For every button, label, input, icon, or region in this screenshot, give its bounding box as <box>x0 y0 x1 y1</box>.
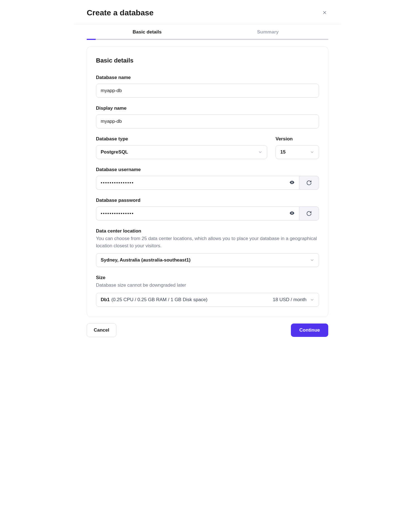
basic-details-card: Basic details Database name Display name… <box>87 47 328 317</box>
continue-button[interactable]: Continue <box>291 323 328 337</box>
refresh-icon <box>306 211 312 216</box>
database-password-label: Database password <box>96 198 319 203</box>
password-reveal-button[interactable] <box>288 210 296 217</box>
chevron-down-icon <box>310 150 314 154</box>
progress-fill <box>87 39 96 40</box>
chevron-down-icon <box>310 298 314 302</box>
version-select[interactable]: 15 <box>276 145 319 159</box>
chevron-down-icon <box>258 150 262 154</box>
version-value: 15 <box>280 149 286 155</box>
size-price: 18 USD / month <box>273 297 307 303</box>
location-select[interactable]: Sydney, Australia (australia-southeast1) <box>96 253 319 267</box>
size-price-wrap: 18 USD / month <box>273 297 314 303</box>
tab-summary[interactable]: Summary <box>207 24 328 39</box>
password-input-group <box>96 207 319 221</box>
database-name-input[interactable] <box>96 84 319 98</box>
display-name-label: Display name <box>96 106 319 111</box>
username-regenerate-button[interactable] <box>299 176 319 190</box>
location-label: Data center location <box>96 228 319 234</box>
database-type-select[interactable]: PostgreSQL <box>96 145 267 159</box>
size-select[interactable]: Db1 (0.25 CPU / 0.25 GB RAM / 1 GB Disk … <box>96 293 319 307</box>
size-spec: (0.25 CPU / 0.25 GB RAM / 1 GB Disk spac… <box>111 297 207 303</box>
location-help: You can choose from 25 data center locat… <box>96 235 319 249</box>
display-name-input[interactable] <box>96 114 319 128</box>
tab-basic-details[interactable]: Basic details <box>87 24 207 39</box>
database-username-input[interactable] <box>96 176 299 190</box>
database-type-label: Database type <box>96 136 267 142</box>
username-reveal-button[interactable] <box>288 180 296 186</box>
eye-icon <box>289 181 295 184</box>
field-version: Version 15 <box>276 136 319 159</box>
create-database-modal: Create a database Basic details Summary … <box>74 0 341 344</box>
modal-header: Create a database <box>74 0 341 24</box>
close-button[interactable] <box>321 9 328 17</box>
database-type-value: PostgreSQL <box>101 149 128 155</box>
size-option-text: Db1 (0.25 CPU / 0.25 GB RAM / 1 GB Disk … <box>101 297 207 303</box>
refresh-icon <box>306 180 312 186</box>
modal-title: Create a database <box>87 8 154 17</box>
location-value: Sydney, Australia (australia-southeast1) <box>101 257 190 263</box>
section-title: Basic details <box>96 57 319 64</box>
database-name-label: Database name <box>96 75 319 80</box>
row-type-version: Database type PostgreSQL Version 15 <box>96 136 319 159</box>
eye-icon <box>289 212 295 215</box>
field-size: Size Database size cannot be downgraded … <box>96 275 319 307</box>
version-label: Version <box>276 136 319 142</box>
progress-track <box>87 39 328 40</box>
size-name: Db1 <box>101 297 110 303</box>
field-database-type: Database type PostgreSQL <box>96 136 267 159</box>
username-input-group <box>96 176 319 190</box>
field-data-center-location: Data center location You can choose from… <box>96 228 319 267</box>
field-display-name: Display name <box>96 106 319 128</box>
modal-footer: Cancel Continue <box>74 317 341 344</box>
field-database-username: Database username <box>96 167 319 190</box>
database-username-label: Database username <box>96 167 319 172</box>
database-password-input[interactable] <box>96 207 299 221</box>
password-regenerate-button[interactable] <box>299 207 319 221</box>
field-database-password: Database password <box>96 198 319 221</box>
close-icon <box>322 10 327 15</box>
size-help: Database size cannot be downgraded later <box>96 282 319 289</box>
chevron-down-icon <box>310 258 314 262</box>
tabs: Basic details Summary <box>74 24 341 39</box>
field-database-name: Database name <box>96 75 319 98</box>
cancel-button[interactable]: Cancel <box>87 323 116 337</box>
size-label: Size <box>96 275 319 281</box>
